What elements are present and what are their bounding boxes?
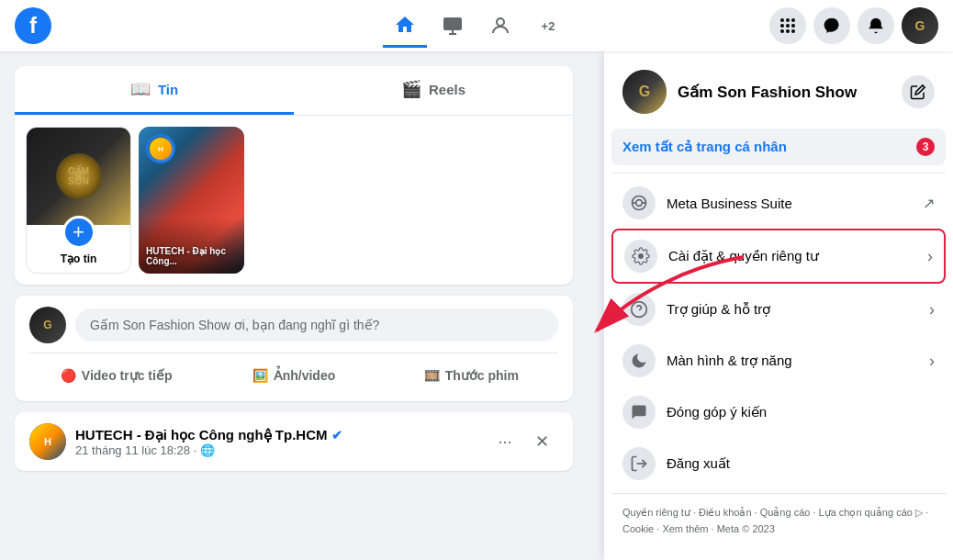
help-arrow-icon: › [929, 300, 935, 319]
nav-center: +2 [383, 4, 570, 48]
external-arrow-icon: ↗ [923, 195, 935, 212]
panel-footer: Quyền riêng tư · Điều khoản · Quảng cáo … [611, 498, 946, 544]
feed-area: 📖 Tin 🎬 Reels GẤMSƠN [0, 51, 588, 560]
tab-tin[interactable]: 📖 Tin [15, 66, 294, 115]
svg-point-4 [791, 18, 795, 22]
display-item[interactable]: Màn hình & trợ năng › [611, 335, 946, 386]
svg-point-3 [786, 18, 790, 22]
feedback-label: Đóng góp ý kiến [667, 404, 935, 420]
live-video-label: Video trực tiếp [82, 368, 173, 383]
nav-friends-button[interactable]: +2 [526, 4, 570, 48]
film-icon: 🎞️ [424, 368, 440, 383]
stories-row: GẤMSƠN + Tạo tin [15, 116, 573, 285]
profile-name: Gấm Son Fashion Show [678, 83, 891, 102]
divider-1 [611, 173, 946, 174]
svg-point-1 [497, 18, 504, 26]
settings-label: Cài đặt & quyền riêng tư [668, 248, 916, 264]
facebook-logo: f [15, 7, 51, 44]
display-icon [622, 344, 656, 377]
create-story-label: Tạo tin [61, 252, 97, 265]
help-icon [622, 293, 656, 326]
svg-point-8 [780, 29, 784, 33]
film-label: Thước phim [445, 368, 519, 383]
composer-input[interactable]: Gấm Son Fashion Show ơi, bạn đang nghĩ g… [75, 308, 558, 342]
svg-point-10 [791, 29, 795, 33]
post-timestamp: 21 tháng 11 lúc 18:28 · 🌐 [75, 443, 215, 457]
nav-profile-button[interactable] [478, 4, 522, 48]
tin-icon: 📖 [130, 79, 151, 99]
notification-badge: 3 [916, 138, 935, 156]
photo-icon: 🖼️ [252, 368, 268, 383]
film-button[interactable]: 🎞️ Thước phim [385, 361, 558, 390]
svg-point-12 [636, 200, 643, 207]
display-label: Màn hình & trợ năng [667, 353, 918, 369]
post-author-name: HUTECH - Đại học Công nghệ Tp.HCM ✔ [75, 427, 479, 443]
post-composer: G Gấm Son Fashion Show ơi, bạn đang nghĩ… [15, 296, 573, 401]
feedback-item[interactable]: Đóng góp ý kiến [611, 386, 946, 438]
nav-friends-icon: +2 [542, 19, 555, 33]
account-avatar-button[interactable]: G [902, 7, 938, 44]
meta-business-item[interactable]: Meta Business Suite ↗ [611, 177, 946, 229]
top-nav: f +2 G [0, 0, 953, 51]
post-header: H HUTECH - Đại học Công nghệ Tp.HCM ✔ 21… [15, 412, 573, 471]
profile-edit-button[interactable] [902, 75, 935, 108]
post-meta: 21 tháng 11 lúc 18:28 · 🌐 [75, 443, 479, 457]
live-video-button[interactable]: 🔴 Video trực tiếp [29, 361, 203, 390]
divider-2 [611, 493, 946, 494]
create-story-bottom: + Tạo tin [53, 225, 105, 273]
post-card: H HUTECH - Đại học Công nghệ Tp.HCM ✔ 21… [15, 412, 573, 471]
post-author-text: HUTECH - Đại học Công nghệ Tp.HCM [75, 427, 327, 442]
verified-icon: ✔ [331, 428, 342, 442]
settings-icon [624, 240, 657, 273]
hutech-story-label: HUTECH - Đại học Công... [146, 246, 237, 266]
feedback-icon [622, 396, 656, 429]
nav-home-button[interactable] [383, 4, 427, 48]
svg-point-2 [780, 18, 784, 22]
tab-tin-label: Tin [158, 82, 178, 97]
settings-item[interactable]: Cài đặt & quyền riêng tư › [611, 229, 946, 284]
svg-point-5 [780, 24, 784, 28]
post-info: HUTECH - Đại học Công nghệ Tp.HCM ✔ 21 t… [75, 427, 479, 457]
photo-video-label: Ảnh/video [274, 368, 336, 383]
footer-text: Quyền riêng tư · Điều khoản · Quảng cáo … [622, 507, 928, 534]
logout-label: Đăng xuất [667, 455, 935, 472]
svg-point-7 [791, 24, 795, 28]
video-icon: 🔴 [61, 368, 76, 383]
story-bg-image: GẤMSƠN [27, 128, 130, 225]
photo-video-button[interactable]: 🖼️ Ảnh/video [207, 361, 380, 390]
tab-reels-label: Reels [429, 82, 465, 97]
notifications-button[interactable] [858, 7, 894, 44]
meta-business-label: Meta Business Suite [667, 196, 912, 211]
nav-left: f [15, 7, 59, 44]
tab-reels[interactable]: 🎬 Reels [294, 66, 573, 115]
grid-menu-button[interactable] [769, 7, 806, 44]
settings-arrow-icon: › [927, 247, 933, 266]
main-content: 📖 Tin 🎬 Reels GẤMSƠN [0, 51, 953, 560]
logout-item[interactable]: Đăng xuất [611, 438, 946, 489]
nav-watch-button[interactable] [431, 4, 475, 48]
composer-top: G Gấm Son Fashion Show ơi, bạn đang nghĩ… [29, 307, 558, 343]
nav-right: G [769, 7, 938, 44]
meta-business-icon [622, 186, 656, 219]
hutech-story-card[interactable]: H HUTECH - Đại học Công... [139, 127, 244, 274]
create-story-card[interactable]: GẤMSƠN + Tạo tin [26, 127, 131, 274]
view-profile-link[interactable]: Xem tất cả trang cá nhân 3 [611, 129, 946, 165]
svg-rect-0 [443, 17, 462, 30]
help-label: Trợ giúp & hỗ trợ [667, 301, 918, 318]
tabs-row: 📖 Tin 🎬 Reels [15, 66, 573, 116]
add-story-icon: + [62, 216, 95, 249]
post-author-avatar: H [29, 423, 66, 460]
post-close-button[interactable]: ✕ [525, 425, 558, 458]
svg-point-6 [786, 24, 790, 28]
messenger-button[interactable] [813, 7, 850, 44]
help-item[interactable]: Trợ giúp & hỗ trợ › [611, 284, 946, 335]
composer-avatar: G [29, 307, 66, 343]
right-panel: G Gấm Son Fashion Show Xem tất cả trang … [604, 51, 953, 560]
profile-avatar: G [622, 70, 667, 114]
profile-section[interactable]: G Gấm Son Fashion Show [611, 59, 946, 125]
view-profile-text: Xem tất cả trang cá nhân [622, 139, 787, 155]
post-more-button[interactable]: ··· [488, 425, 521, 458]
reels-icon: 🎬 [401, 79, 421, 99]
svg-point-9 [786, 29, 790, 33]
avatar-image: G [902, 7, 938, 44]
